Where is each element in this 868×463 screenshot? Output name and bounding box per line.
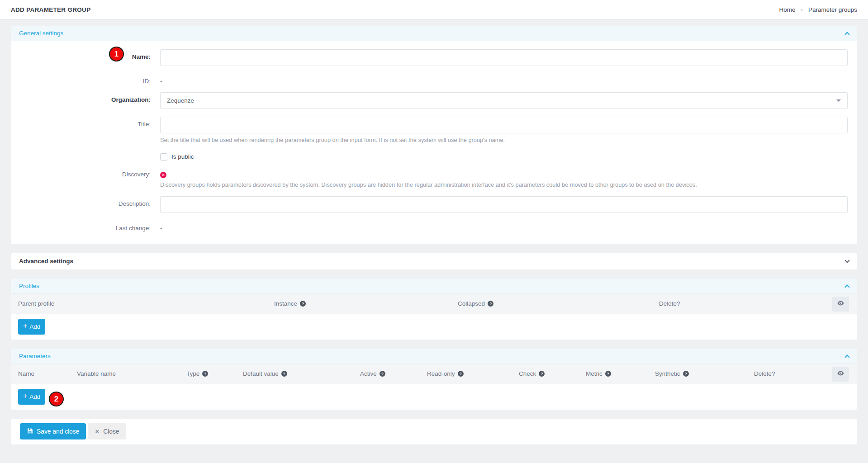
eye-icon xyxy=(837,299,844,308)
caret-down-icon xyxy=(836,99,841,102)
parameters-add-row: + Add xyxy=(11,384,857,410)
chevron-down-icon[interactable] xyxy=(844,258,849,263)
chevron-up-icon[interactable] xyxy=(844,32,849,37)
close-icon: ✕ xyxy=(95,428,100,435)
toggle-visibility-button[interactable] xyxy=(832,367,849,382)
help-icon[interactable]: ? xyxy=(379,371,385,377)
panel-profiles: Profiles Parent profile Instance ? Colla… xyxy=(11,279,857,340)
title-label: Title: xyxy=(11,117,160,128)
topbar: ADD PARAMETER GROUP Home › Parameter gro… xyxy=(0,0,868,19)
organization-row: Organization: Zequenze xyxy=(11,92,848,109)
breadcrumb: Home › Parameter groups xyxy=(779,6,857,13)
toggle-visibility-button[interactable] xyxy=(832,297,849,312)
profiles-add-button[interactable]: + Add xyxy=(18,319,45,335)
main-content: General settings Name: ID: - Organizatio… xyxy=(0,19,868,444)
title-row: Title: Set the title that will be used w… xyxy=(11,117,848,144)
column-synthetic: Synthetic ? xyxy=(655,370,754,377)
last-change-row: Last change: - xyxy=(11,221,848,232)
discovery-label: Discovery: xyxy=(11,168,160,178)
chevron-up-icon[interactable] xyxy=(844,284,849,289)
is-public-checkbox[interactable] xyxy=(160,153,167,161)
column-instance: Instance ? xyxy=(274,300,458,307)
column-read-only: Read-only ? xyxy=(427,370,519,377)
column-type: Type ? xyxy=(186,370,243,377)
footer-action-bar: Save and close ✕ Close xyxy=(11,419,857,444)
advanced-settings-title: Advanced settings xyxy=(19,258,73,265)
organization-selected-value: Zequenze xyxy=(167,97,194,104)
title-input[interactable] xyxy=(160,117,848,133)
help-icon[interactable]: ? xyxy=(458,371,464,377)
last-change-label: Last change: xyxy=(11,221,160,232)
help-icon[interactable]: ? xyxy=(605,371,611,377)
last-change-value: - xyxy=(160,221,848,232)
chevron-right-icon: › xyxy=(801,6,803,13)
profiles-add-row: + Add xyxy=(11,314,857,340)
column-default-value: Default value ? xyxy=(243,370,360,377)
general-settings-body: Name: ID: - Organization: Zequenze xyxy=(11,41,857,244)
column-check: Check ? xyxy=(519,370,586,377)
column-parent-profile: Parent profile xyxy=(18,300,274,307)
page-title: ADD PARAMETER GROUP xyxy=(11,6,90,13)
panel-general-settings: General settings Name: ID: - Organizatio… xyxy=(11,26,857,244)
annotation-badge-1: 1 xyxy=(109,47,124,61)
profiles-table-header: Parent profile Instance ? Collapsed ? De… xyxy=(11,293,857,314)
plus-icon: + xyxy=(23,392,27,400)
id-label: ID: xyxy=(11,74,160,85)
organization-label: Organization: xyxy=(11,92,160,103)
parameters-header[interactable]: Parameters xyxy=(11,349,857,364)
description-row: Description: xyxy=(11,196,848,213)
title-help-text: Set the title that will be used when ren… xyxy=(160,137,848,144)
general-settings-header[interactable]: General settings xyxy=(11,26,857,41)
discovery-help-text: Discovery groups holds parameters discov… xyxy=(160,181,848,189)
is-public-row: Is public xyxy=(11,151,848,161)
parameters-add-button[interactable]: + Add xyxy=(18,389,45,405)
is-public-label: Is public xyxy=(171,153,194,160)
description-label: Description: xyxy=(11,196,160,207)
column-collapsed: Collapsed ? xyxy=(458,300,659,307)
column-variable-name: Variable name xyxy=(77,370,186,377)
help-icon[interactable]: ? xyxy=(488,301,493,307)
organization-select[interactable]: Zequenze xyxy=(160,92,848,109)
help-icon[interactable]: ? xyxy=(202,371,208,377)
discovery-disabled-icon: ✕ xyxy=(160,172,166,178)
name-label: Name: xyxy=(11,49,160,60)
plus-icon: + xyxy=(23,322,27,330)
discovery-row: Discovery: ✕ Discovery groups holds para… xyxy=(11,168,848,189)
general-settings-title: General settings xyxy=(19,30,63,37)
panel-parameters: Parameters Name Variable name Type ? Def… xyxy=(11,349,857,410)
eye-icon xyxy=(837,369,844,378)
column-delete: Delete? xyxy=(659,300,850,307)
help-icon[interactable]: ? xyxy=(683,371,689,377)
save-icon xyxy=(27,428,33,435)
name-input[interactable] xyxy=(160,49,848,66)
annotation-badge-2: 2 xyxy=(49,392,64,406)
parameters-title: Parameters xyxy=(19,353,51,359)
close-button[interactable]: ✕ Close xyxy=(88,423,126,439)
description-input[interactable] xyxy=(160,196,848,213)
id-value: - xyxy=(160,74,848,85)
chevron-up-icon[interactable] xyxy=(844,354,849,359)
name-row: Name: xyxy=(11,49,848,66)
id-row: ID: - xyxy=(11,74,848,85)
help-icon[interactable]: ? xyxy=(281,371,287,377)
breadcrumb-home-link[interactable]: Home xyxy=(779,6,796,13)
save-and-close-button[interactable]: Save and close xyxy=(20,423,86,439)
column-metric: Metric ? xyxy=(586,370,655,377)
column-active: Active ? xyxy=(360,370,427,377)
profiles-header[interactable]: Profiles xyxy=(11,279,857,293)
help-icon[interactable]: ? xyxy=(300,301,306,307)
column-name: Name xyxy=(18,370,77,377)
help-icon[interactable]: ? xyxy=(539,371,545,377)
panel-advanced-settings[interactable]: Advanced settings xyxy=(11,253,857,269)
profiles-title: Profiles xyxy=(19,283,39,289)
breadcrumb-current: Parameter groups xyxy=(808,6,857,13)
parameters-table-header: Name Variable name Type ? Default value … xyxy=(11,364,857,384)
